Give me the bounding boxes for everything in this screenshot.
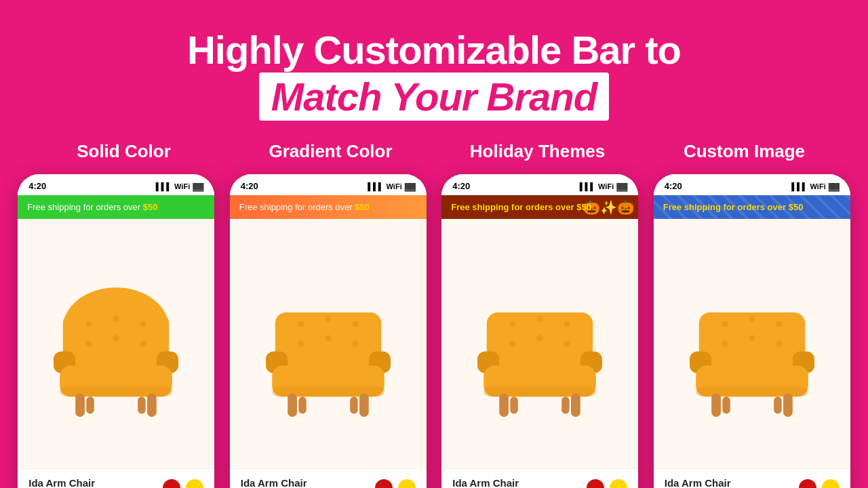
chair-image-holiday [462, 266, 618, 422]
chair-image-custom [674, 266, 830, 422]
chair-area-custom [654, 219, 850, 468]
notif-amount-holiday: $50 [576, 202, 591, 212]
svg-rect-27 [288, 394, 297, 418]
product-details-custom: Ida Arm Chair NyeKoncept [665, 477, 731, 488]
notif-bar-solid: Free shipping for orders over $50 [18, 195, 214, 219]
product-name-custom: Ida Arm Chair [665, 477, 731, 488]
swatch-yellow-gradient [398, 479, 416, 489]
status-icons-custom: ▌▌▌ WiFi ▓▓ [791, 182, 840, 190]
svg-point-36 [537, 335, 543, 341]
svg-point-21 [325, 335, 331, 341]
svg-point-47 [722, 321, 728, 327]
chair-area-solid [18, 219, 214, 468]
swatches-holiday [587, 479, 627, 489]
svg-rect-28 [359, 394, 369, 418]
svg-point-3 [113, 316, 119, 322]
header-text: Highly Customizable Bar to Match Your Br… [14, 27, 854, 121]
notif-bar-gradient: Free shipping for orders over $50 [230, 195, 427, 219]
svg-rect-42 [499, 394, 509, 418]
chair-area-gradient [230, 219, 427, 468]
svg-point-2 [85, 321, 92, 327]
svg-point-48 [749, 316, 755, 322]
svg-rect-30 [350, 396, 358, 413]
swatch-yellow-custom [822, 479, 840, 489]
svg-point-18 [325, 316, 331, 322]
svg-point-20 [298, 340, 304, 346]
svg-point-6 [113, 335, 119, 341]
product-details-solid: Ida Arm Chair NyeKoncept [28, 477, 95, 488]
svg-point-22 [352, 340, 358, 346]
svg-rect-43 [571, 394, 580, 418]
svg-point-19 [352, 321, 358, 327]
chair-image-solid [38, 266, 194, 422]
svg-rect-15 [138, 396, 146, 413]
svg-point-17 [298, 321, 304, 327]
wifi-icon: WiFi [174, 182, 190, 190]
svg-point-49 [776, 321, 782, 327]
battery-icon-gradient: ▓▓ [405, 182, 416, 190]
notif-bar-custom: Free shipping for orders over $50 [654, 195, 850, 219]
svg-rect-12 [75, 394, 85, 418]
product-name-gradient: Ida Arm Chair [241, 477, 307, 488]
wifi-icon-holiday: WiFi [598, 182, 614, 190]
wifi-icon-custom: WiFi [810, 182, 826, 190]
status-icons-gradient: ▌▌▌ WiFi ▓▓ [368, 182, 416, 190]
categories-row: Solid Color Gradient Color Holiday Theme… [0, 134, 868, 174]
category-holiday: Holiday Themes [434, 141, 641, 162]
svg-point-32 [509, 321, 515, 327]
header: Highly Customizable Bar to Match Your Br… [0, 0, 868, 134]
status-time-custom: 4:20 [665, 181, 682, 191]
product-name-holiday: Ida Arm Chair [452, 477, 519, 488]
status-bar-solid: 4:20 ▌▌▌ WiFi ▓▓ [18, 174, 214, 195]
battery-icon-custom: ▓▓ [829, 182, 840, 190]
svg-point-4 [140, 321, 146, 327]
svg-point-52 [776, 340, 782, 346]
svg-point-33 [537, 316, 543, 322]
svg-rect-14 [87, 396, 95, 413]
svg-point-34 [564, 321, 570, 327]
notif-amount-gradient: $50 [355, 202, 370, 212]
phones-row: 4:20 ▌▌▌ WiFi ▓▓ Free shipping for order… [0, 174, 868, 488]
chair-image-gradient [250, 266, 406, 422]
status-time-solid: 4:20 [28, 181, 46, 191]
svg-point-37 [564, 340, 570, 346]
svg-point-51 [749, 335, 755, 341]
notif-bar-holiday: Free shipping for orders over $50 🎃✨🎃 [441, 195, 638, 219]
svg-point-35 [509, 340, 515, 346]
svg-rect-60 [774, 396, 782, 413]
svg-point-7 [140, 340, 146, 346]
status-time-gradient: 4:20 [241, 181, 258, 191]
status-bar-gradient: 4:20 ▌▌▌ WiFi ▓▓ [230, 174, 427, 195]
chair-area-holiday [441, 219, 638, 468]
category-custom: Custom Image [641, 141, 848, 162]
swatches-custom [799, 479, 840, 489]
header-prefix: Highly Customizable Bar to [187, 28, 681, 72]
product-info-solid: Ida Arm Chair NyeKoncept [18, 468, 214, 488]
svg-rect-44 [511, 396, 519, 413]
swatch-red-holiday [587, 479, 604, 489]
swatch-yellow-solid [186, 479, 203, 489]
svg-rect-58 [783, 394, 793, 418]
wifi-icon-gradient: WiFi [387, 182, 402, 190]
svg-rect-59 [722, 396, 730, 413]
swatch-yellow-holiday [610, 479, 627, 489]
svg-rect-57 [711, 394, 721, 418]
swatch-red-solid [163, 479, 180, 489]
svg-rect-13 [147, 394, 157, 418]
signal-icon-gradient: ▌▌▌ [368, 182, 383, 190]
category-gradient: Gradient Color [227, 141, 434, 162]
svg-point-50 [722, 340, 728, 346]
phone-holiday: 4:20 ▌▌▌ WiFi ▓▓ Free shipping for order… [441, 174, 638, 488]
signal-icon-holiday: ▌▌▌ [580, 182, 595, 190]
notif-amount-custom: $50 [789, 202, 804, 212]
category-solid: Solid Color [20, 141, 227, 162]
signal-icon: ▌▌▌ [156, 182, 172, 190]
product-name-solid: Ida Arm Chair [28, 477, 95, 488]
status-bar-custom: 4:20 ▌▌▌ WiFi ▓▓ [654, 174, 850, 195]
phone-gradient: 4:20 ▌▌▌ WiFi ▓▓ Free shipping for order… [230, 174, 427, 488]
status-bar-holiday: 4:20 ▌▌▌ WiFi ▓▓ [441, 174, 638, 195]
svg-rect-29 [298, 396, 307, 413]
notif-amount-solid: $50 [143, 202, 158, 212]
signal-icon-custom: ▌▌▌ [791, 182, 807, 190]
swatch-red-gradient [375, 479, 393, 489]
